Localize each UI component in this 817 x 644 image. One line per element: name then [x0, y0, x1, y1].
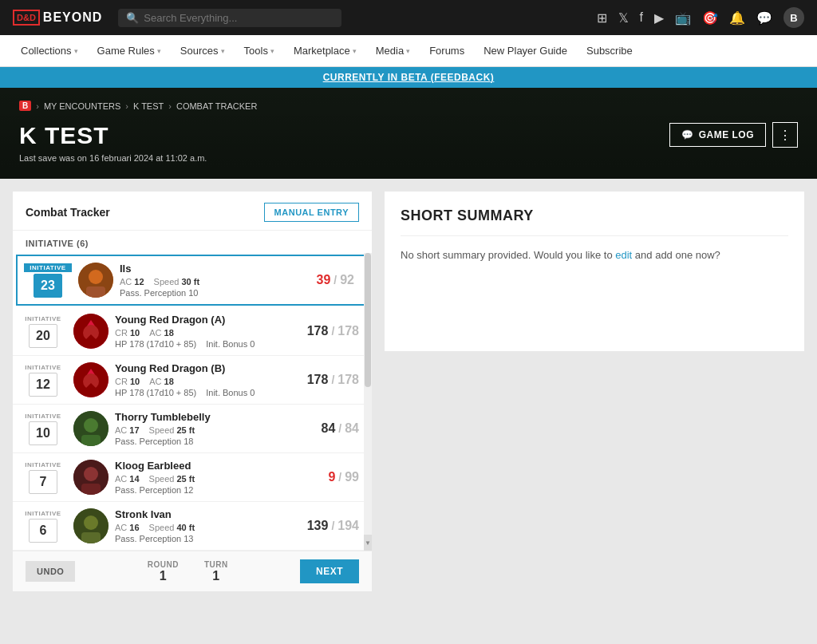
- dnd-logo-icon: D&D: [13, 10, 40, 26]
- notification-icon[interactable]: 🔔: [729, 10, 745, 26]
- nav-item-media[interactable]: Media ▾: [368, 35, 418, 67]
- hp-display: 139 / 194: [287, 519, 359, 533]
- hp-display: 178 / 178: [287, 324, 359, 338]
- next-button[interactable]: NEXT: [300, 559, 359, 583]
- hero-content: K TEST Last save was on 16 februari 2024…: [19, 122, 798, 163]
- scrollbar-thumb[interactable]: [365, 253, 371, 387]
- combatant-info: Young Red Dragon (A) CR 10 AC 18 HP 178 …: [115, 314, 281, 349]
- content-area: Combat Tracker MANUAL ENTRY INITIATIVE (…: [0, 179, 817, 604]
- game-log-label: GAME LOG: [699, 129, 754, 140]
- facebook-icon[interactable]: f: [640, 10, 643, 25]
- scrollbar-track[interactable]: ▼: [364, 253, 372, 551]
- combatant-stats: AC 14 Speed 25 ft: [115, 474, 281, 484]
- game-log-button[interactable]: 💬 GAME LOG: [669, 123, 766, 147]
- nav-item-subscribe[interactable]: Subscribe: [578, 35, 641, 67]
- hp-slash: /: [338, 471, 341, 484]
- combatant-stats2: Pass. Perception 10: [120, 288, 276, 298]
- hero-actions: 💬 GAME LOG ⋮: [669, 122, 798, 148]
- twitch-icon[interactable]: 📺: [675, 10, 691, 26]
- breadcrumb-sep3: ›: [168, 101, 172, 111]
- search-bar[interactable]: 🔍: [118, 9, 341, 27]
- turn-value: 1: [204, 569, 228, 583]
- hp-slash: /: [331, 325, 334, 338]
- combatant-row[interactable]: INITIATIVE 7 Kloog Earbleed AC 14 Speed …: [13, 453, 372, 502]
- nav-label-collections: Collections: [21, 45, 72, 57]
- nav-item-sources[interactable]: Sources ▾: [172, 35, 233, 67]
- combatant-stats2: Pass. Perception 12: [115, 485, 281, 495]
- turn-display: TURN 1: [204, 560, 228, 583]
- combatant-row[interactable]: INITIATIVE 12 Young Red Dragon (B) CR 10: [13, 356, 372, 405]
- hp-max: 178: [337, 373, 359, 387]
- hp-max: 178: [337, 324, 359, 338]
- initiative-number: 6: [29, 519, 57, 543]
- last-save-text: Last save was on 16 februari 2024 at 11:…: [19, 153, 207, 163]
- nav-label-forums: Forums: [429, 45, 464, 57]
- chevron-down-icon: ▾: [353, 47, 357, 55]
- initiative-header: INITIATIVE (6): [13, 231, 372, 253]
- nav-item-new-player-guide[interactable]: New Player Guide: [476, 35, 575, 67]
- undo-button[interactable]: UNDO: [26, 561, 75, 582]
- chevron-down-icon: ▾: [157, 47, 161, 55]
- nav-icon-group: ⊞ 𝕏 f ▶ 📺 🎯 🔔 💬 B: [597, 7, 804, 28]
- target-icon[interactable]: 🎯: [702, 10, 718, 26]
- combatant-row[interactable]: INITIATIVE 6 Stronk Ivan AC 16 Speed 40 …: [13, 502, 372, 551]
- beta-banner: CURRENTLY IN BETA (FEEDBACK): [0, 67, 817, 88]
- nav-item-marketplace[interactable]: Marketplace ▾: [286, 35, 365, 67]
- more-options-button[interactable]: ⋮: [772, 122, 798, 148]
- hp-max: 92: [340, 273, 354, 287]
- initiative-label: INITIATIVE: [25, 413, 61, 420]
- combatant-info: Young Red Dragon (B) CR 10 AC 18 HP 178 …: [115, 362, 281, 397]
- user-avatar[interactable]: B: [783, 7, 804, 28]
- grid-icon[interactable]: ⊞: [597, 10, 607, 26]
- initiative-box: INITIATIVE 10: [19, 413, 67, 445]
- svg-point-18: [84, 516, 98, 530]
- chevron-down-icon: ▾: [270, 47, 274, 55]
- breadcrumb-encounters[interactable]: MY ENCOUNTERS: [44, 101, 120, 111]
- summary-text-before: No short summary provided. Would you lik…: [401, 249, 615, 261]
- youtube-icon[interactable]: ▶: [654, 10, 664, 26]
- nav-item-tools[interactable]: Tools ▾: [236, 35, 282, 67]
- nav-label-media: Media: [376, 45, 404, 57]
- breadcrumb-ktest[interactable]: K TEST: [133, 101, 164, 111]
- combatant-row[interactable]: INITIATIVE 10 Thorry Tumblebelly AC 17 S…: [13, 405, 372, 453]
- breadcrumb-sep1: ›: [36, 101, 39, 111]
- message-icon[interactable]: 💬: [756, 10, 772, 26]
- edit-link[interactable]: edit: [615, 249, 632, 261]
- combatant-stats: AC 12 Speed 30 ft: [120, 277, 276, 286]
- twitter-icon[interactable]: 𝕏: [618, 10, 629, 26]
- scroll-down-arrow[interactable]: ▼: [364, 535, 372, 551]
- nav-label-game-rules: Game Rules: [97, 45, 155, 57]
- home-icon[interactable]: B: [19, 101, 31, 111]
- beyond-logo-text: BEYOND: [43, 10, 102, 25]
- combatant-row[interactable]: INITIATIVE 20 Young Red Dragon (A) CR 10: [13, 307, 372, 356]
- combatant-info: Stronk Ivan AC 16 Speed 40 ft Pass. Perc…: [115, 508, 281, 543]
- feedback-link[interactable]: FEEDBACK: [434, 72, 491, 83]
- combatant-row[interactable]: INITIATIVE 23 Ils AC 12 Speed 30 ft: [16, 255, 369, 306]
- combatant-name: Ils: [120, 263, 276, 275]
- hp-display: 84 / 84: [287, 421, 359, 436]
- search-input[interactable]: [144, 12, 334, 24]
- nav-label-marketplace: Marketplace: [294, 45, 350, 57]
- tracker-header: Combat Tracker MANUAL ENTRY: [13, 192, 372, 231]
- turn-label: TURN: [204, 560, 228, 569]
- top-navigation: D&D BEYOND 🔍 ⊞ 𝕏 f ▶ 📺 🎯 🔔 💬 B: [0, 0, 817, 35]
- svg-point-1: [89, 270, 103, 284]
- hp-slash: /: [334, 274, 337, 286]
- manual-entry-button[interactable]: MANUAL ENTRY: [264, 203, 359, 222]
- round-display: ROUND 1: [148, 560, 179, 583]
- initiative-box: INITIATIVE 20: [19, 315, 67, 348]
- avatar: [78, 263, 113, 298]
- initiative-list: INITIATIVE 23 Ils AC 12 Speed 30 ft: [13, 253, 372, 551]
- hp-current: 178: [307, 373, 329, 387]
- hp-slash: /: [331, 373, 334, 386]
- combatant-stats2: Pass. Perception 13: [115, 534, 281, 543]
- avatar: [73, 411, 109, 446]
- logo[interactable]: D&D BEYOND: [13, 10, 102, 26]
- round-label: ROUND: [148, 560, 179, 569]
- combatant-info: Ils AC 12 Speed 30 ft Pass. Perception 1…: [120, 263, 276, 298]
- nav-item-forums[interactable]: Forums: [421, 35, 472, 67]
- nav-item-collections[interactable]: Collections ▾: [13, 35, 86, 67]
- nav-item-game-rules[interactable]: Game Rules ▾: [89, 35, 169, 67]
- initiative-box: INITIATIVE 6: [19, 510, 67, 543]
- hp-current: 84: [322, 421, 336, 436]
